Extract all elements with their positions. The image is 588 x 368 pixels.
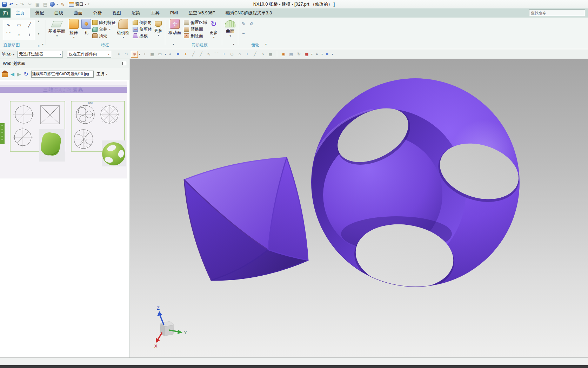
orient-view-icon[interactable]: ⌖ [115,51,122,58]
ribbon-tab[interactable]: 曲线 [49,8,68,18]
center-snap-icon[interactable]: ⊙ [228,51,235,58]
chevron-down-icon[interactable]: ▾ [139,53,140,56]
point-icon[interactable]: + [24,29,35,40]
refresh-icon[interactable]: ↻ [24,71,28,77]
restore-window-icon[interactable] [122,62,126,65]
offset-region-button[interactable]: 偏置区域 [184,20,207,25]
feature-more-button[interactable]: 更多 ▾ [152,19,164,37]
redo-small-icon[interactable]: ↷ [123,51,130,58]
point-on-curve-icon[interactable]: + [141,51,148,58]
chevron-down-icon[interactable]: ▾ [13,53,14,56]
chevron-down-icon[interactable]: ▾ [109,28,111,31]
chevron-down-icon[interactable]: ▾ [16,3,18,6]
render-style-icon[interactable]: ● [313,51,320,58]
ribbon-tab[interactable]: PMI [165,8,183,18]
edge-blend-button[interactable]: 边倒圆 ▾ [115,19,131,39]
chevron-down-icon[interactable]: ▾ [229,34,231,38]
chevron-down-icon[interactable]: ▾ [56,34,58,38]
ribbon-tab[interactable]: 装配 [30,8,49,18]
redo-icon[interactable]: ↷ [19,1,25,7]
gear-list-icon[interactable]: ≡ [240,29,247,36]
grid-point-icon[interactable]: ▦ [149,51,156,58]
scroll-down-icon[interactable]: ▼ [37,32,40,35]
slash-snap-icon[interactable]: ╱ [252,51,259,58]
chevron-down-icon[interactable]: ▾ [85,3,86,6]
browser-tools-menu[interactable]: 工具 ▾ [96,71,107,77]
shell-button[interactable]: 抽壳 [92,33,116,39]
sketch-group-dialog-icon[interactable]: ▾ [42,43,44,46]
ribbon-tab[interactable]: 主页 [11,8,30,18]
spline-snap-icon[interactable]: ∿ [205,51,212,58]
browser-page-image[interactable]: 三维CAD习题集 [0,81,127,179]
endpoint-snap-icon[interactable]: ╱ [198,51,205,58]
copy-icon[interactable]: ▣ [34,1,41,7]
selection-filter-dropdown[interactable]: 无选择过滤器 ▾ [17,51,63,58]
table-snap-icon[interactable]: ▦ [267,51,274,58]
address-input[interactable] [31,71,94,78]
model-octahedron[interactable] [184,158,308,280]
sphere-select-icon[interactable]: ● [167,51,174,58]
scroll-up-icon[interactable]: ▲ [37,20,40,23]
gear-erase-icon[interactable]: ⊘ [248,20,255,27]
chevron-down-icon[interactable]: ▾ [311,53,313,56]
undo-icon[interactable]: ↶ [8,1,14,7]
feature-group-dialog-icon[interactable]: ▾ [173,43,174,46]
rectangle-icon[interactable]: ▭ [14,20,24,29]
chevron-down-icon[interactable]: ▾ [332,53,333,56]
line-icon[interactable]: ╱ [24,20,35,29]
pattern-feature-button[interactable]: 阵列特征 [92,20,116,25]
half-circle-snap-icon[interactable]: ◑ [259,51,266,58]
plus-snap-icon[interactable]: + [244,51,251,58]
axis-snap-icon[interactable]: + [221,51,228,58]
file-tab[interactable]: (F) [0,8,11,18]
ribbon-tab[interactable]: 分析 [88,8,107,18]
snap-point-icon[interactable]: ⊕ [131,51,138,58]
arc-snap-icon[interactable]: ⌒ [213,51,220,58]
chevron-down-icon[interactable]: ▾ [165,53,166,56]
touch-mode-icon[interactable]: ✎ [59,1,66,7]
gear-group-dialog-icon[interactable]: ▾ [265,43,267,46]
wcs-grid-icon[interactable]: ▦ [303,51,310,58]
replace-face-button[interactable]: 替换面 [184,26,207,32]
circle-snap-icon[interactable]: ○ [236,51,243,58]
studio-spline-icon[interactable]: ∿ [3,20,14,29]
chevron-down-icon[interactable]: ▾ [73,36,74,39]
delete-face-button[interactable]: 删除面 [184,33,207,39]
chevron-down-icon[interactable]: ▾ [122,36,124,39]
gear-annotation-icon[interactable]: ✎ [240,20,247,27]
back-icon[interactable]: ◀ [11,72,14,77]
chevron-down-icon[interactable]: ▾ [158,34,159,37]
forward-icon[interactable]: ▶ [17,72,21,77]
surface-button[interactable]: 曲面 ▾ [224,19,236,38]
find-command-input[interactable] [529,9,585,16]
home-icon[interactable] [2,73,8,77]
rotate-view-icon[interactable]: ↻ [295,51,302,58]
arc-icon[interactable]: ⌒ [3,29,14,40]
cut-icon[interactable]: ✂ [27,1,33,7]
circle-icon[interactable]: ○ [14,29,24,40]
model-sphere[interactable] [306,78,527,297]
chevron-down-icon[interactable]: ▾ [213,36,214,39]
ribbon-tab[interactable]: 星空 V6.936F [183,8,220,18]
rect-select-icon[interactable]: ▭ [156,51,163,58]
customize-quick-access-icon[interactable]: ▿ [88,2,89,6]
ribbon-tab[interactable]: 燕秀CNC超级程式单3.3 [220,8,277,18]
save-icon[interactable] [2,2,7,7]
fit-view-icon[interactable]: ▣ [280,51,287,58]
chamfer-button[interactable]: 倒斜角 [133,20,152,25]
chevron-down-icon[interactable]: ▾ [56,3,58,6]
pan-view-icon[interactable]: ▤ [288,51,295,58]
selection-scope-dropdown[interactable]: 仅在工作部件内 ▾ [67,51,111,58]
sync-group-dialog-icon[interactable]: ▾ [233,43,234,46]
move-handle-icon[interactable]: + [182,51,189,58]
draft-button[interactable]: 拔模 [133,33,152,39]
sync-more-button[interactable]: ↻ 更多 ▾ [208,19,220,39]
ribbon-tab[interactable]: 工具 [146,8,165,18]
datum-plane-button[interactable]: 基准平面 ▾ [48,19,66,38]
graphics-viewport[interactable]: Z Y X [130,59,588,357]
paste-icon[interactable]: ▤ [42,1,48,7]
move-face-button[interactable]: 移动面 [167,19,182,36]
line-snap-icon[interactable]: ╱ [190,51,197,58]
hole-button[interactable]: 孔 [81,19,92,36]
solid-select-icon[interactable]: ■ [174,51,181,58]
